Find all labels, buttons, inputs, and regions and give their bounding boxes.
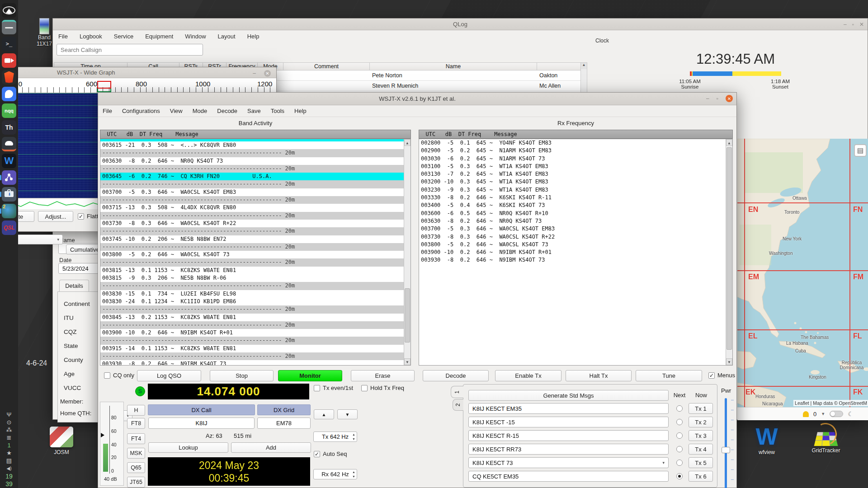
- decode-row[interactable]: 003800 -5 0.2 646 ~ WA0CSL KS4OT 73: [100, 251, 410, 258]
- band-separator-row[interactable]: ----------------------------------------…: [100, 282, 410, 290]
- next-radio-tx1[interactable]: [676, 405, 683, 412]
- tx-freq-spinner[interactable]: Tx 642 Hz▲▼: [313, 432, 357, 442]
- decode-row[interactable]: 003845 -13 0.2 1153 ~ KC8ZKS W8ATE EN81: [100, 314, 410, 321]
- status-toggle[interactable]: [830, 411, 843, 417]
- tune-button[interactable]: Tune: [636, 370, 702, 381]
- decode-row[interactable]: 003130 -7 0.2 645 ~ WT1A KS4OT EM83: [419, 170, 732, 178]
- desktop-icon-gridtracker[interactable]: GridTracker: [806, 424, 846, 454]
- night-light-icon[interactable]: ☾: [848, 410, 854, 418]
- generate-std-msgs-button[interactable]: Generate Std Msgs: [468, 390, 669, 401]
- decode-row[interactable]: 003230 -9 0.3 645 ~ WT1A KS4OT EM83: [419, 186, 732, 194]
- terminal-icon[interactable]: >_: [2, 37, 16, 51]
- dx-grid-input[interactable]: EM78: [257, 418, 311, 429]
- tab-2[interactable]: 2: [453, 399, 463, 411]
- decode-row[interactable]: 003930 -8 0.2 646 ~ N9IBM KS4OT 73: [419, 256, 732, 264]
- rx-freq-marker[interactable]: [97, 81, 111, 89]
- tx3-button[interactable]: Tx 3: [689, 430, 713, 441]
- decode-row[interactable]: 003030 -6 0.2 645 ~ N1ARM KS4OT 73: [419, 155, 732, 163]
- decode-row[interactable]: 003615 -21 0.3 508 ~ <...> KC8QVR EN80: [100, 141, 410, 149]
- band-separator-row[interactable]: ----------------------------------------…: [100, 212, 410, 220]
- wide-graph-titlebar[interactable]: WSJT-X - Wide Graph – ✕: [0, 67, 276, 78]
- decode-row[interactable]: 002800 -5 0.1 645 ~ YO4NF KS4OT EM83: [419, 139, 732, 147]
- mode-jt65-button[interactable]: JT65: [127, 477, 145, 488]
- map-attribution[interactable]: Leaflet | Map data © OpenStreetM: [793, 400, 868, 406]
- log-qso-button[interactable]: Log QSO: [137, 370, 201, 381]
- tx5-button[interactable]: Tx 5: [689, 457, 713, 468]
- band-separator-row[interactable]: ----------------------------------------…: [100, 352, 410, 360]
- decode-row[interactable]: 003630 -8 0.2 646 ~ NR0Q KS4OT 73: [100, 157, 410, 165]
- gridtracker-dock-icon[interactable]: [2, 170, 16, 185]
- decode-row[interactable]: 003730 -8 0.3 646 ~ WA0CSL KS4OT R+22: [419, 233, 732, 241]
- thunderbird-icon[interactable]: Th: [2, 120, 16, 135]
- map-layers-button[interactable]: ▤: [854, 144, 867, 157]
- qlog-menu-window[interactable]: Window: [185, 33, 206, 40]
- wsjtx-restore-button[interactable]: ▫: [717, 95, 718, 102]
- decode-row[interactable]: 003630 -8 0.2 646 ~ NR0Q KS4OT 73: [419, 217, 732, 225]
- tx4-message-field[interactable]: K8IJ KE5CT RR73: [468, 444, 669, 455]
- rx-frequency-list[interactable]: 002800 -5 0.1 645 ~ YO4NF KS4OT EM830029…: [419, 139, 733, 366]
- tx2-button[interactable]: Tx 2: [689, 417, 713, 427]
- decode-row[interactable]: 003915 -14 0.1 1153 ~ KC8ZKS W8ATE EN81: [100, 345, 410, 352]
- qsl-app-icon[interactable]: QSL: [2, 221, 16, 235]
- decode-row[interactable]: 003715 -13 0.3 508 ~ 4L4DX KC8QVR EN80: [100, 204, 410, 211]
- tx-even-checkbox[interactable]: Tx even/1st: [314, 385, 353, 391]
- pwr-slider-track[interactable]: [725, 398, 727, 488]
- briefcase-download-icon[interactable]: ⬇: [2, 187, 16, 202]
- brave-browser-icon[interactable]: [2, 70, 16, 84]
- menu-help[interactable]: Help: [294, 108, 307, 114]
- notification-bell-icon[interactable]: [803, 411, 809, 417]
- adjust-button[interactable]: Adjust...: [38, 211, 73, 222]
- desktop-icon-josm[interactable]: JOSM: [43, 427, 80, 455]
- workspace-number[interactable]: 1: [7, 442, 10, 450]
- decode-row[interactable]: 002900 -5 0.2 645 ~ N1ARM KS4OT EM83: [419, 147, 732, 155]
- halt-tx-button[interactable]: Halt Tx: [566, 370, 632, 381]
- details-tab[interactable]: Details: [59, 280, 89, 291]
- molecule-status-icon[interactable]: ⁂: [6, 427, 12, 434]
- cloud-app-icon[interactable]: [2, 137, 16, 151]
- decode-row[interactable]: 003200 -10 0.3 645 ~ WT1A KS4OT EM83: [419, 178, 732, 186]
- qlog-minimize-button[interactable]: –: [844, 21, 847, 28]
- menu-view[interactable]: View: [170, 108, 183, 114]
- decode-row[interactable]: 003330 -8 0.2 646 ~ K6SKI KS4OT R-11: [419, 194, 732, 202]
- freq-down-button[interactable]: ▼: [337, 409, 358, 419]
- wsjtx-minimize-button[interactable]: –: [706, 95, 709, 102]
- decode-row[interactable]: 003730 -8 0.3 646 ~ WA0CSL KS4OT R+22: [100, 220, 410, 227]
- menu-configurations[interactable]: Configurations: [122, 108, 160, 114]
- enable-tx-button[interactable]: Enable Tx: [495, 370, 561, 381]
- decode-row[interactable]: 003800 -5 0.2 646 ~ WA0CSL KS4OT 73: [419, 241, 732, 249]
- speaker-status-icon[interactable]: ◀): [6, 465, 11, 473]
- wide-graph-minimize-button[interactable]: –: [253, 70, 256, 76]
- file-cabinet-icon[interactable]: [2, 20, 16, 34]
- mode-q65-button[interactable]: Q65: [127, 462, 145, 473]
- freq-up-button[interactable]: ▲: [314, 409, 334, 419]
- wsjtx-close-button[interactable]: ✕: [726, 95, 733, 102]
- qlog-menu-equipment[interactable]: Equipment: [145, 33, 173, 40]
- tx4-button[interactable]: Tx 4: [689, 444, 713, 455]
- dx-call-input[interactable]: K8IJ: [148, 418, 255, 429]
- qlog-maximize-button[interactable]: ▫: [852, 21, 854, 28]
- band-separator-row[interactable]: ----------------------------------------…: [100, 337, 410, 344]
- qlog-titlebar[interactable]: QLog – ▫ ✕: [53, 19, 868, 30]
- menu-tools[interactable]: Tools: [271, 108, 284, 114]
- signal-messenger-icon[interactable]: [2, 87, 16, 101]
- band-activity-list[interactable]: 003615 -21 0.3 508 ~ <...> KC8QVR EN80--…: [100, 139, 411, 366]
- decode-row[interactable]: 003700 -5 0.3 646 ~ WA0CSL KS4OT EM83: [100, 188, 410, 196]
- band-separator-row[interactable]: ----------------------------------------…: [100, 227, 410, 235]
- decode-row[interactable]: 003645 -6 0.2 746 ~ CQ K3RH FN20 U.S.A.: [100, 173, 410, 180]
- band-separator-row[interactable]: ----------------------------------------…: [100, 258, 410, 266]
- menu-file[interactable]: File: [103, 108, 112, 114]
- lookup-button[interactable]: Lookup: [148, 442, 228, 453]
- decode-row[interactable]: 003100 -5 0.3 645 ~ WT1A KS4OT EM83: [419, 163, 732, 170]
- band-separator-row[interactable]: ----------------------------------------…: [100, 165, 410, 173]
- mode-ft8-button[interactable]: FT8: [127, 418, 145, 429]
- decode-row[interactable]: 003600 -6 0.5 645 ~ NR0Q KS4OT R+10: [419, 210, 732, 217]
- band-separator-row[interactable]: ----------------------------------------…: [100, 180, 410, 188]
- rx-frequency-scrollbar[interactable]: ▲ ▼: [726, 139, 732, 365]
- decode-row[interactable]: 003900 -10 0.2 646 ~ N9IBM KS4OT R+01: [100, 329, 410, 337]
- menu-mode[interactable]: Mode: [193, 108, 208, 114]
- next-radio-tx4[interactable]: [676, 446, 683, 452]
- decode-row[interactable]: 003900 -10 0.2 646 ~ N9IBM KS4OT R+01: [419, 249, 732, 256]
- tx3-message-field[interactable]: K8IJ KE5CT R-15: [468, 430, 669, 441]
- wsjtx-titlebar[interactable]: WSJT-X v2.6.1 by K1JT et al. – ▫ ✕: [98, 93, 736, 105]
- tx6-button[interactable]: Tx 6: [689, 471, 713, 482]
